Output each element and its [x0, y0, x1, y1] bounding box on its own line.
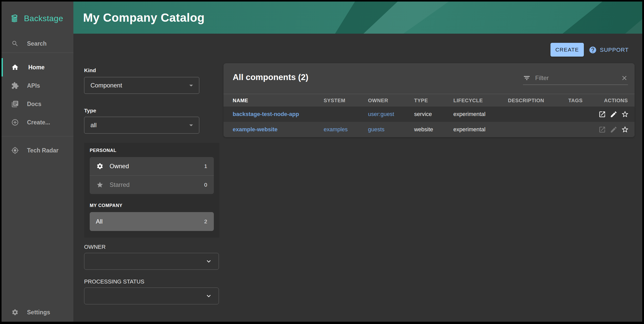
- sidebar-item-tech-radar[interactable]: Tech Radar: [2, 141, 73, 160]
- column-header-name[interactable]: NAME: [233, 98, 248, 103]
- table-row: backstage-test-node-app user:guest servi…: [224, 107, 635, 122]
- star-icon: [96, 181, 103, 188]
- page-header: My Company Catalog: [73, 2, 642, 34]
- picker-item-all[interactable]: All 2: [90, 212, 214, 231]
- sidebar: Backstage Search Home APIs Docs: [2, 2, 73, 322]
- chevron-down-icon: [205, 292, 213, 300]
- chevron-down-icon: [187, 121, 195, 129]
- table-header-row: NAME SYSTEM OWNER TYPE LIFECYCLE DESCRIP…: [224, 94, 635, 107]
- sidebar-item-create[interactable]: Create...: [2, 113, 73, 132]
- home-icon: [11, 63, 19, 71]
- row-actions: [598, 126, 629, 134]
- create-button[interactable]: CREATE: [550, 43, 584, 57]
- processing-status-label: PROCESSING STATUS: [84, 278, 144, 285]
- table-filter-input[interactable]: [535, 74, 618, 82]
- column-header-system[interactable]: SYSTEM: [324, 98, 345, 103]
- filter-list-icon: [523, 74, 531, 82]
- column-header-type[interactable]: TYPE: [414, 98, 428, 103]
- sidebar-item-label: Home: [28, 64, 45, 71]
- page-title: My Company Catalog: [83, 11, 205, 24]
- backstage-logo[interactable]: Backstage: [9, 13, 63, 24]
- kind-select-value: Component: [90, 82, 122, 89]
- backstage-logo-icon: [9, 13, 20, 24]
- search-icon: [11, 40, 19, 47]
- kind-select[interactable]: Component: [84, 77, 199, 94]
- sidebar-item-label: Settings: [27, 309, 50, 316]
- sidebar-item-label: Search: [27, 40, 47, 47]
- help-icon: [589, 46, 597, 54]
- sidebar-item-settings[interactable]: Settings: [2, 304, 73, 320]
- clear-filter-icon[interactable]: [621, 74, 628, 82]
- app-window: My Company Catalog Backstage Search: [2, 2, 642, 322]
- puzzle-icon: [11, 82, 19, 89]
- type-select[interactable]: all: [84, 117, 199, 134]
- backstage-logo-text: Backstage: [24, 14, 63, 23]
- gear-icon: [11, 308, 19, 316]
- type-label: Type: [84, 108, 96, 114]
- picker-item-count: 1: [204, 163, 207, 169]
- sidebar-divider: [2, 136, 73, 136]
- entity-type: website: [414, 126, 433, 133]
- picker-item-label: All: [96, 218, 103, 225]
- kind-label: Kind: [84, 67, 96, 73]
- sidebar-item-label: Create...: [27, 119, 50, 126]
- sidebar-item-label: APIs: [27, 82, 40, 89]
- table-title: All components (2): [233, 72, 308, 82]
- entity-owner-link[interactable]: guests: [368, 126, 385, 133]
- entity-owner-link[interactable]: user:guest: [368, 111, 394, 118]
- entity-lifecycle: experimental: [453, 126, 485, 133]
- row-actions: [598, 110, 629, 118]
- column-header-lifecycle[interactable]: LIFECYCLE: [453, 98, 483, 103]
- company-section-label: MY COMPANY: [90, 203, 122, 208]
- owner-select[interactable]: [84, 253, 219, 270]
- star-outline-icon[interactable]: [621, 110, 629, 118]
- picker-item-count: 2: [204, 218, 207, 225]
- entity-type: service: [414, 111, 432, 118]
- sidebar-divider: [2, 53, 73, 53]
- sidebar-item-docs[interactable]: Docs: [2, 95, 73, 113]
- support-label: SUPPORT: [600, 47, 629, 53]
- sidebar-item-label: Tech Radar: [27, 147, 59, 154]
- column-header-description[interactable]: DESCRIPTION: [508, 98, 544, 103]
- entity-name-link[interactable]: example-website: [233, 126, 278, 133]
- entity-name-link[interactable]: backstage-test-node-app: [233, 111, 299, 118]
- entity-system-link[interactable]: examples: [324, 126, 348, 133]
- entity-picker-panel: PERSONAL Owned 1 Starred 0 MY COMPANY Al…: [84, 143, 219, 238]
- chevron-down-icon: [205, 257, 213, 265]
- picker-item-owned[interactable]: Owned 1: [90, 157, 214, 175]
- docs-icon: [11, 100, 19, 108]
- picker-item-label: Starred: [110, 181, 130, 188]
- components-table-card: All components (2) NAME SYSTEM OWNER TYP…: [224, 63, 635, 137]
- open-in-new-icon[interactable]: [598, 110, 606, 118]
- sidebar-item-home[interactable]: Home: [2, 58, 75, 76]
- sidebar-item-search[interactable]: Search: [2, 36, 73, 51]
- column-header-actions: ACTIONS: [604, 98, 628, 103]
- gear-icon: [96, 163, 103, 170]
- processing-status-select[interactable]: [84, 288, 219, 304]
- edit-icon[interactable]: [610, 126, 617, 134]
- chevron-down-icon: [187, 81, 195, 90]
- sidebar-item-label: Docs: [27, 101, 41, 108]
- table-filter: [523, 71, 628, 85]
- picker-item-starred[interactable]: Starred 0: [90, 175, 214, 194]
- picker-item-label: Owned: [110, 163, 129, 170]
- radar-icon: [11, 147, 19, 154]
- personal-picker-group: Owned 1 Starred 0: [90, 157, 214, 194]
- open-in-new-icon[interactable]: [598, 126, 606, 134]
- picker-item-count: 0: [204, 182, 207, 188]
- owner-label: OWNER: [84, 244, 106, 250]
- edit-icon[interactable]: [610, 110, 617, 118]
- entity-lifecycle: experimental: [453, 111, 485, 118]
- personal-section-label: PERSONAL: [90, 148, 116, 153]
- star-outline-icon[interactable]: [621, 126, 629, 134]
- type-select-value: all: [90, 122, 97, 129]
- table-row: example-website examples guests website …: [224, 122, 635, 137]
- column-header-owner[interactable]: OWNER: [368, 98, 388, 103]
- support-button[interactable]: SUPPORT: [589, 45, 629, 55]
- column-header-tags[interactable]: TAGS: [568, 98, 583, 103]
- sidebar-item-apis[interactable]: APIs: [2, 76, 73, 95]
- add-circle-icon: [11, 119, 19, 126]
